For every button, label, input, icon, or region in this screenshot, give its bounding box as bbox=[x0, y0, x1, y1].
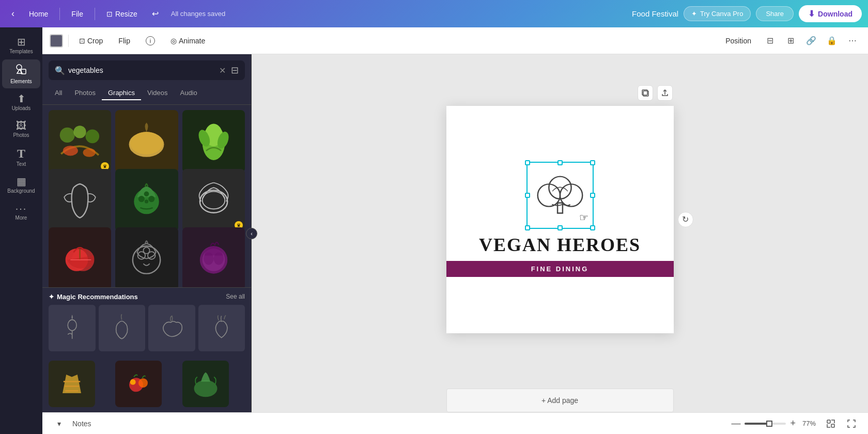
more-item-3[interactable] bbox=[182, 361, 229, 407]
magic-title: ✦ Magic Recommendations bbox=[49, 293, 138, 301]
magic-item-1[interactable] bbox=[49, 305, 96, 352]
sidebar-item-uploads[interactable]: ⬆ Uploads bbox=[2, 89, 40, 115]
sidebar-item-background[interactable]: ▦ Background bbox=[2, 172, 40, 198]
zoom-out-button[interactable]: — bbox=[731, 418, 740, 429]
resize-button[interactable]: ⊡ Resize bbox=[101, 7, 143, 21]
vegetable-item-1[interactable]: ♛ bbox=[49, 110, 111, 173]
zoom-in-button[interactable]: + bbox=[790, 418, 796, 429]
align-icon-button[interactable]: ⊟ bbox=[762, 33, 778, 49]
notes-expand-button[interactable]: ▾ bbox=[51, 415, 67, 432]
search-clear-button[interactable]: ✕ bbox=[219, 66, 226, 75]
nav-separator-2 bbox=[95, 8, 95, 20]
search-input[interactable] bbox=[68, 66, 216, 74]
svg-point-36 bbox=[138, 378, 148, 388]
svg-point-37 bbox=[194, 380, 217, 397]
magic-item-3[interactable] bbox=[148, 305, 195, 352]
info-button[interactable]: i bbox=[141, 34, 160, 48]
try-pro-button[interactable]: ✦ Try Canva Pro bbox=[684, 6, 751, 21]
share-button[interactable]: Share bbox=[756, 6, 794, 21]
crop-label: Crop bbox=[87, 37, 103, 45]
grid-icon-button[interactable]: ⊞ bbox=[782, 33, 799, 49]
vegetable-item-9[interactable] bbox=[182, 227, 245, 287]
animate-icon: ◎ bbox=[171, 37, 177, 45]
sidebar-item-templates[interactable]: ⊞ Templates bbox=[2, 33, 40, 58]
fit-page-button[interactable] bbox=[823, 415, 839, 432]
download-button[interactable]: ⬇ Download bbox=[799, 5, 862, 22]
vegetable-item-7[interactable] bbox=[49, 227, 111, 287]
undo-button[interactable]: ↩ bbox=[147, 6, 164, 21]
design-canvas[interactable]: ☞ VEGAN HEROES FINE DINING bbox=[446, 106, 674, 333]
vegetable-item-8[interactable] bbox=[115, 227, 178, 287]
share-page-button[interactable] bbox=[657, 85, 673, 101]
magic-item-4[interactable] bbox=[198, 305, 245, 352]
rotate-handle[interactable]: ↻ bbox=[678, 212, 693, 227]
svg-point-30 bbox=[204, 253, 213, 265]
svg-point-4 bbox=[86, 130, 100, 144]
toolbar-divider bbox=[68, 35, 69, 47]
tab-audio[interactable]: Audio bbox=[174, 86, 203, 100]
handle-bottom-left[interactable] bbox=[525, 225, 530, 230]
more-options-button[interactable]: ⋯ bbox=[844, 33, 861, 49]
vegetable-item-6[interactable]: ♛ bbox=[182, 169, 245, 231]
download-icon: ⬇ bbox=[808, 9, 815, 19]
magic-header: ✦ Magic Recommendations See all bbox=[49, 293, 245, 301]
lock-icon-button[interactable]: 🔒 bbox=[824, 33, 840, 49]
notes-label: Notes bbox=[72, 420, 91, 428]
color-swatch[interactable] bbox=[50, 34, 63, 48]
back-button[interactable]: ‹ bbox=[6, 6, 20, 22]
copy-page-button[interactable] bbox=[638, 85, 653, 101]
magic-item-2[interactable] bbox=[99, 305, 146, 352]
search-filter-button[interactable]: ⊟ bbox=[231, 65, 239, 76]
chevron-left-icon: ‹ bbox=[11, 8, 14, 19]
more-item-1[interactable] bbox=[49, 361, 95, 407]
crop-button[interactable]: ⊡ Crop bbox=[74, 34, 108, 48]
photos-label: Photos bbox=[13, 132, 29, 138]
handle-bottom-right[interactable] bbox=[590, 225, 595, 230]
svg-point-0 bbox=[17, 65, 22, 70]
bottom-bar: ▾ Notes — + 77% bbox=[42, 412, 868, 434]
handle-mid-right[interactable] bbox=[590, 193, 595, 198]
svg-point-3 bbox=[74, 126, 86, 138]
sidebar-item-text[interactable]: T Text bbox=[2, 143, 40, 171]
sidebar-item-more[interactable]: ··· More bbox=[2, 199, 40, 225]
animate-label: Animate bbox=[179, 37, 205, 45]
handle-mid-left[interactable] bbox=[525, 193, 530, 198]
vegan-heroes-title[interactable]: VEGAN HEROES bbox=[479, 234, 641, 256]
uploads-label: Uploads bbox=[12, 105, 31, 111]
flip-button[interactable]: Flip bbox=[113, 34, 135, 48]
panel-hide-toggle[interactable]: ‹ bbox=[246, 228, 257, 239]
more-item-2[interactable] bbox=[115, 361, 162, 407]
tab-graphics[interactable]: Graphics bbox=[102, 86, 141, 100]
sidebar-item-photos[interactable]: 🖼 Photos bbox=[2, 116, 40, 142]
animate-button[interactable]: ◎ Animate bbox=[165, 34, 210, 48]
position-button[interactable]: Position bbox=[719, 34, 757, 48]
share-label: Share bbox=[766, 10, 784, 18]
vegetable-item-3[interactable] bbox=[182, 110, 245, 173]
link-icon-button[interactable]: 🔗 bbox=[803, 33, 819, 49]
position-label: Position bbox=[725, 37, 751, 45]
vegetable-item-5[interactable] bbox=[115, 169, 178, 231]
home-button[interactable]: Home bbox=[24, 7, 53, 21]
more-label: More bbox=[16, 215, 27, 221]
file-button[interactable]: File bbox=[66, 7, 88, 21]
panel-wrapper: 🔍 ✕ ⊟ All Photos Grap bbox=[42, 54, 252, 412]
handle-bottom-mid[interactable] bbox=[557, 225, 563, 230]
fullscreen-button[interactable] bbox=[843, 415, 860, 432]
selected-broccoli-element[interactable]: ☞ bbox=[526, 162, 594, 229]
uploads-icon: ⬆ bbox=[17, 94, 26, 104]
fine-dining-bar[interactable]: FINE DINING bbox=[446, 261, 674, 277]
try-pro-label: Try Canva Pro bbox=[700, 10, 743, 18]
vegetable-item-4[interactable] bbox=[49, 169, 111, 231]
handle-top-mid[interactable] bbox=[557, 160, 563, 165]
sidebar-item-elements[interactable]: Elements bbox=[2, 59, 40, 88]
handle-top-left[interactable] bbox=[525, 160, 530, 165]
tab-all[interactable]: All bbox=[49, 86, 68, 100]
tab-photos[interactable]: Photos bbox=[68, 86, 101, 100]
tab-videos[interactable]: Videos bbox=[141, 86, 174, 100]
svg-point-15 bbox=[149, 196, 155, 202]
vegetable-item-2[interactable] bbox=[115, 110, 178, 173]
add-page-button[interactable]: + Add page bbox=[446, 389, 674, 412]
handle-top-right[interactable] bbox=[590, 160, 595, 165]
search-panel: 🔍 ✕ ⊟ All Photos Grap bbox=[42, 54, 252, 412]
see-all-link[interactable]: See all bbox=[226, 293, 245, 300]
